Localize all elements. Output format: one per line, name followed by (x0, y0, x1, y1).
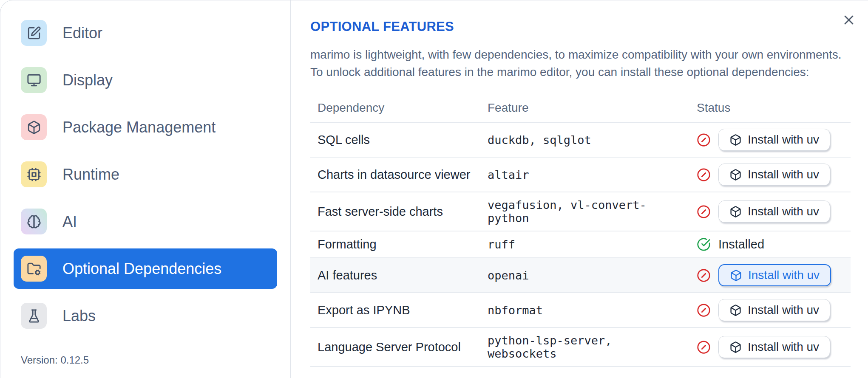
install-with-uv-button[interactable]: Install with uv (718, 336, 830, 358)
not-installed-icon (697, 268, 711, 282)
cpu-icon (21, 161, 47, 187)
edit-icon (21, 20, 47, 46)
package-icon (729, 206, 742, 218)
feature-cell: nbformat (480, 293, 689, 327)
table-row-export-as-ipynb: Export as IPYNB nbformat Install with uv (310, 293, 851, 327)
settings-nav: Editor Display Package Management Runtim… (14, 13, 277, 343)
feature-cell: vegafusion, vl-convert-python (480, 192, 689, 231)
install-with-uv-button[interactable]: Install with uv (718, 299, 830, 321)
sidebar-item-labs[interactable]: Labs (14, 296, 277, 336)
sidebar-item-label: Runtime (62, 166, 119, 183)
feature-cell: python-lsp-server, websockets (480, 327, 689, 367)
sidebar-item-ai[interactable]: AI (14, 201, 277, 242)
table-row-formatting: Formatting ruff Installed (310, 231, 851, 258)
not-installed-icon (697, 340, 711, 354)
dependency-cell: Export as IPYNB (310, 293, 480, 327)
monitor-icon (21, 67, 47, 93)
x-icon (841, 12, 857, 28)
feature-cell: altair (480, 157, 689, 192)
dependency-cell: Charts in datasource viewer (310, 157, 480, 192)
install-button-label: Install with uv (748, 205, 819, 218)
installed-check-icon (697, 237, 711, 251)
dependency-cell: AI features (310, 258, 480, 293)
installed-label: Installed (718, 237, 764, 251)
close-button[interactable] (840, 11, 858, 29)
table-row-language-server-protocol: Language Server Protocol python-lsp-serv… (310, 327, 851, 367)
flask-icon (21, 303, 47, 329)
install-button-label: Install with uv (748, 303, 819, 317)
install-with-uv-button[interactable]: Install with uv (718, 264, 831, 286)
sidebar-item-label: Display (62, 71, 113, 89)
package-icon (21, 114, 47, 140)
package-icon (729, 169, 742, 181)
column-header-dependency: Dependency (310, 92, 480, 122)
package-icon (729, 134, 742, 146)
package-icon (730, 269, 742, 282)
table-header-row: Dependency Feature Status (310, 92, 851, 122)
install-button-label: Install with uv (748, 168, 819, 181)
table-row-fast-server-side-charts: Fast server-side charts vegafusion, vl-c… (310, 192, 851, 231)
dependency-cell: Fast server-side charts (310, 192, 480, 231)
sidebar-item-label: Editor (62, 24, 102, 42)
not-installed-icon (697, 205, 711, 219)
optional-features-panel: OPTIONAL FEATURES marimo is lightweight,… (291, 0, 868, 378)
package-icon (729, 304, 742, 316)
settings-sidebar: Editor Display Package Management Runtim… (0, 0, 291, 378)
table-row-ai-features: AI features openai Install with uv (310, 258, 851, 293)
install-with-uv-button[interactable]: Install with uv (718, 129, 830, 151)
sidebar-item-runtime[interactable]: Runtime (14, 154, 277, 195)
sidebar-item-editor[interactable]: Editor (14, 13, 277, 53)
install-button-label: Install with uv (748, 340, 819, 354)
sidebar-item-label: Package Management (62, 118, 216, 136)
sidebar-item-display[interactable]: Display (14, 60, 277, 100)
description-line: marimo is lightweight, with few dependen… (310, 48, 842, 61)
not-installed-icon (697, 133, 711, 147)
folder-cog-icon (21, 256, 47, 282)
sidebar-item-label: AI (62, 213, 77, 231)
feature-cell: ruff (480, 231, 689, 258)
sidebar-item-label: Optional Dependencies (62, 260, 221, 278)
not-installed-icon (697, 168, 711, 182)
table-row-charts-datasource-viewer: Charts in datasource viewer altair Insta… (310, 157, 851, 192)
feature-cell: openai (480, 258, 689, 293)
sidebar-item-optional-dependencies[interactable]: Optional Dependencies (14, 248, 277, 289)
description-line: To unlock additional features in the mar… (310, 65, 809, 79)
table-row-sql-cells: SQL cells duckdb, sqlglot Install with u… (310, 122, 851, 157)
install-with-uv-button[interactable]: Install with uv (718, 164, 830, 186)
install-with-uv-button[interactable]: Install with uv (718, 200, 830, 223)
install-button-label: Install with uv (748, 268, 820, 282)
dependency-cell: SQL cells (310, 122, 480, 157)
sidebar-item-package-management[interactable]: Package Management (14, 107, 277, 147)
column-header-feature: Feature (480, 92, 689, 122)
settings-dialog: Editor Display Package Management Runtim… (0, 0, 868, 378)
package-icon (729, 341, 742, 353)
feature-cell: duckdb, sqlglot (480, 122, 689, 157)
dependency-cell: Language Server Protocol (310, 327, 480, 367)
version-text: Version: 0.12.5 (14, 354, 277, 366)
page-title: OPTIONAL FEATURES (310, 19, 851, 34)
panel-description: marimo is lightweight, with few dependen… (310, 46, 851, 81)
sidebar-item-label: Labs (62, 307, 96, 325)
column-header-status: Status (689, 92, 851, 122)
dependencies-table: Dependency Feature Status SQL cells duck… (310, 92, 851, 367)
brain-icon (21, 209, 47, 234)
install-button-label: Install with uv (748, 133, 819, 147)
dependency-cell: Formatting (310, 231, 480, 258)
not-installed-icon (697, 303, 711, 317)
